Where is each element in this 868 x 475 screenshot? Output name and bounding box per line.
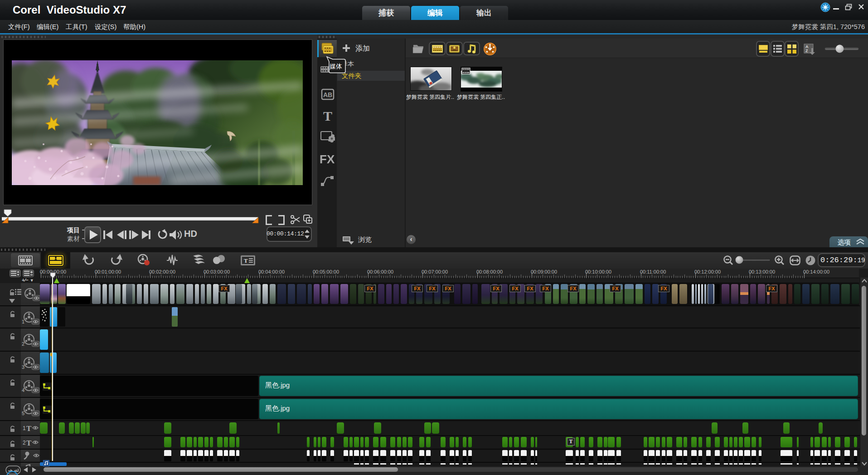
svg-text:5: 5 xyxy=(22,411,24,416)
svg-text:T: T xyxy=(244,257,248,264)
svg-text:2: 2 xyxy=(22,341,24,347)
svg-text:4: 4 xyxy=(22,387,24,393)
svg-text:1: 1 xyxy=(22,319,24,324)
svg-text:Z: Z xyxy=(805,49,808,53)
svg-text:3: 3 xyxy=(22,364,24,370)
svg-text:AB: AB xyxy=(323,91,332,98)
